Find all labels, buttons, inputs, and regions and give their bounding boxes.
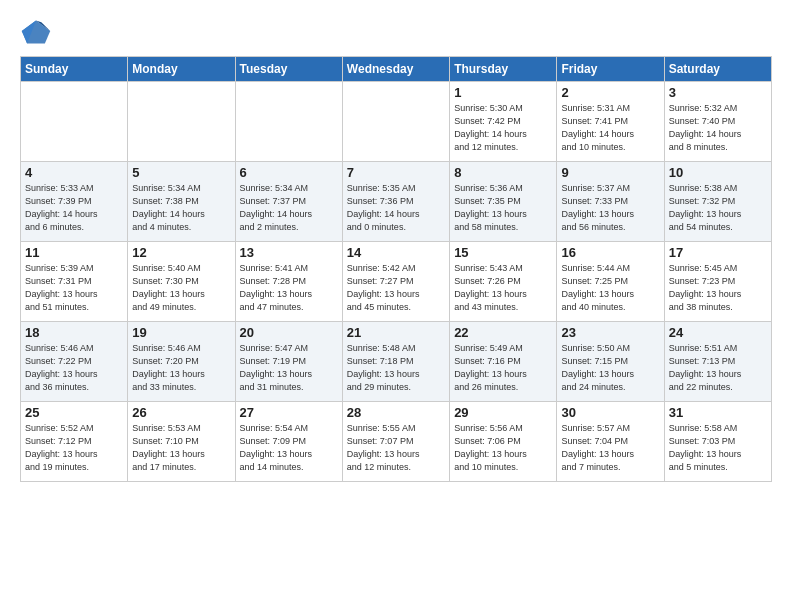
day-number: 27: [240, 405, 338, 420]
day-number: 11: [25, 245, 123, 260]
day-info: Sunrise: 5:53 AMSunset: 7:10 PMDaylight:…: [132, 422, 230, 474]
day-number: 15: [454, 245, 552, 260]
day-number: 23: [561, 325, 659, 340]
day-number: 28: [347, 405, 445, 420]
calendar-table: Sunday Monday Tuesday Wednesday Thursday…: [20, 56, 772, 482]
calendar-cell: 6Sunrise: 5:34 AMSunset: 7:37 PMDaylight…: [235, 162, 342, 242]
calendar-cell: [342, 82, 449, 162]
calendar-cell: 28Sunrise: 5:55 AMSunset: 7:07 PMDayligh…: [342, 402, 449, 482]
day-number: 1: [454, 85, 552, 100]
day-number: 6: [240, 165, 338, 180]
day-number: 20: [240, 325, 338, 340]
col-saturday: Saturday: [664, 57, 771, 82]
calendar-cell: 15Sunrise: 5:43 AMSunset: 7:26 PMDayligh…: [450, 242, 557, 322]
day-number: 24: [669, 325, 767, 340]
header-row: Sunday Monday Tuesday Wednesday Thursday…: [21, 57, 772, 82]
calendar-cell: 31Sunrise: 5:58 AMSunset: 7:03 PMDayligh…: [664, 402, 771, 482]
day-number: 12: [132, 245, 230, 260]
calendar-cell: 17Sunrise: 5:45 AMSunset: 7:23 PMDayligh…: [664, 242, 771, 322]
day-number: 30: [561, 405, 659, 420]
calendar-cell: 20Sunrise: 5:47 AMSunset: 7:19 PMDayligh…: [235, 322, 342, 402]
day-info: Sunrise: 5:36 AMSunset: 7:35 PMDaylight:…: [454, 182, 552, 234]
day-number: 10: [669, 165, 767, 180]
calendar-cell: 9Sunrise: 5:37 AMSunset: 7:33 PMDaylight…: [557, 162, 664, 242]
calendar-cell: 5Sunrise: 5:34 AMSunset: 7:38 PMDaylight…: [128, 162, 235, 242]
col-friday: Friday: [557, 57, 664, 82]
calendar-cell: 22Sunrise: 5:49 AMSunset: 7:16 PMDayligh…: [450, 322, 557, 402]
day-number: 18: [25, 325, 123, 340]
day-info: Sunrise: 5:37 AMSunset: 7:33 PMDaylight:…: [561, 182, 659, 234]
week-row-5: 25Sunrise: 5:52 AMSunset: 7:12 PMDayligh…: [21, 402, 772, 482]
day-number: 22: [454, 325, 552, 340]
day-info: Sunrise: 5:40 AMSunset: 7:30 PMDaylight:…: [132, 262, 230, 314]
day-info: Sunrise: 5:42 AMSunset: 7:27 PMDaylight:…: [347, 262, 445, 314]
calendar-cell: 29Sunrise: 5:56 AMSunset: 7:06 PMDayligh…: [450, 402, 557, 482]
calendar-cell: 7Sunrise: 5:35 AMSunset: 7:36 PMDaylight…: [342, 162, 449, 242]
day-info: Sunrise: 5:50 AMSunset: 7:15 PMDaylight:…: [561, 342, 659, 394]
col-wednesday: Wednesday: [342, 57, 449, 82]
day-number: 26: [132, 405, 230, 420]
col-monday: Monday: [128, 57, 235, 82]
logo: [20, 18, 56, 46]
day-info: Sunrise: 5:34 AMSunset: 7:37 PMDaylight:…: [240, 182, 338, 234]
day-info: Sunrise: 5:32 AMSunset: 7:40 PMDaylight:…: [669, 102, 767, 154]
day-info: Sunrise: 5:54 AMSunset: 7:09 PMDaylight:…: [240, 422, 338, 474]
calendar-cell: [21, 82, 128, 162]
day-info: Sunrise: 5:34 AMSunset: 7:38 PMDaylight:…: [132, 182, 230, 234]
day-number: 14: [347, 245, 445, 260]
day-info: Sunrise: 5:35 AMSunset: 7:36 PMDaylight:…: [347, 182, 445, 234]
day-number: 2: [561, 85, 659, 100]
day-info: Sunrise: 5:49 AMSunset: 7:16 PMDaylight:…: [454, 342, 552, 394]
calendar-cell: 1Sunrise: 5:30 AMSunset: 7:42 PMDaylight…: [450, 82, 557, 162]
day-number: 8: [454, 165, 552, 180]
day-info: Sunrise: 5:41 AMSunset: 7:28 PMDaylight:…: [240, 262, 338, 314]
day-number: 21: [347, 325, 445, 340]
week-row-1: 1Sunrise: 5:30 AMSunset: 7:42 PMDaylight…: [21, 82, 772, 162]
day-number: 4: [25, 165, 123, 180]
calendar-cell: 10Sunrise: 5:38 AMSunset: 7:32 PMDayligh…: [664, 162, 771, 242]
day-info: Sunrise: 5:55 AMSunset: 7:07 PMDaylight:…: [347, 422, 445, 474]
day-number: 5: [132, 165, 230, 180]
calendar-cell: 16Sunrise: 5:44 AMSunset: 7:25 PMDayligh…: [557, 242, 664, 322]
calendar-cell: 21Sunrise: 5:48 AMSunset: 7:18 PMDayligh…: [342, 322, 449, 402]
day-number: 31: [669, 405, 767, 420]
day-info: Sunrise: 5:39 AMSunset: 7:31 PMDaylight:…: [25, 262, 123, 314]
calendar-cell: 18Sunrise: 5:46 AMSunset: 7:22 PMDayligh…: [21, 322, 128, 402]
day-info: Sunrise: 5:47 AMSunset: 7:19 PMDaylight:…: [240, 342, 338, 394]
day-number: 17: [669, 245, 767, 260]
day-info: Sunrise: 5:46 AMSunset: 7:20 PMDaylight:…: [132, 342, 230, 394]
day-info: Sunrise: 5:56 AMSunset: 7:06 PMDaylight:…: [454, 422, 552, 474]
day-number: 13: [240, 245, 338, 260]
calendar-cell: 24Sunrise: 5:51 AMSunset: 7:13 PMDayligh…: [664, 322, 771, 402]
page: Sunday Monday Tuesday Wednesday Thursday…: [0, 0, 792, 492]
calendar-cell: 27Sunrise: 5:54 AMSunset: 7:09 PMDayligh…: [235, 402, 342, 482]
day-info: Sunrise: 5:51 AMSunset: 7:13 PMDaylight:…: [669, 342, 767, 394]
day-number: 16: [561, 245, 659, 260]
day-number: 29: [454, 405, 552, 420]
calendar-cell: 11Sunrise: 5:39 AMSunset: 7:31 PMDayligh…: [21, 242, 128, 322]
day-info: Sunrise: 5:30 AMSunset: 7:42 PMDaylight:…: [454, 102, 552, 154]
col-sunday: Sunday: [21, 57, 128, 82]
day-info: Sunrise: 5:38 AMSunset: 7:32 PMDaylight:…: [669, 182, 767, 234]
day-info: Sunrise: 5:43 AMSunset: 7:26 PMDaylight:…: [454, 262, 552, 314]
calendar-cell: 26Sunrise: 5:53 AMSunset: 7:10 PMDayligh…: [128, 402, 235, 482]
day-info: Sunrise: 5:33 AMSunset: 7:39 PMDaylight:…: [25, 182, 123, 234]
calendar-cell: [128, 82, 235, 162]
week-row-2: 4Sunrise: 5:33 AMSunset: 7:39 PMDaylight…: [21, 162, 772, 242]
calendar-cell: 4Sunrise: 5:33 AMSunset: 7:39 PMDaylight…: [21, 162, 128, 242]
calendar-cell: 14Sunrise: 5:42 AMSunset: 7:27 PMDayligh…: [342, 242, 449, 322]
day-info: Sunrise: 5:46 AMSunset: 7:22 PMDaylight:…: [25, 342, 123, 394]
calendar-cell: 30Sunrise: 5:57 AMSunset: 7:04 PMDayligh…: [557, 402, 664, 482]
week-row-3: 11Sunrise: 5:39 AMSunset: 7:31 PMDayligh…: [21, 242, 772, 322]
calendar-cell: [235, 82, 342, 162]
day-number: 19: [132, 325, 230, 340]
day-info: Sunrise: 5:48 AMSunset: 7:18 PMDaylight:…: [347, 342, 445, 394]
day-number: 7: [347, 165, 445, 180]
calendar-cell: 3Sunrise: 5:32 AMSunset: 7:40 PMDaylight…: [664, 82, 771, 162]
day-number: 3: [669, 85, 767, 100]
day-info: Sunrise: 5:45 AMSunset: 7:23 PMDaylight:…: [669, 262, 767, 314]
calendar-cell: 25Sunrise: 5:52 AMSunset: 7:12 PMDayligh…: [21, 402, 128, 482]
header: [20, 18, 772, 46]
calendar-cell: 8Sunrise: 5:36 AMSunset: 7:35 PMDaylight…: [450, 162, 557, 242]
col-thursday: Thursday: [450, 57, 557, 82]
